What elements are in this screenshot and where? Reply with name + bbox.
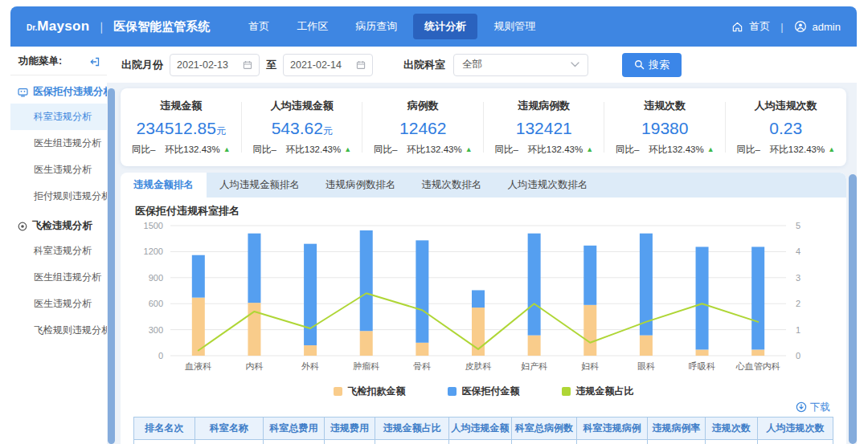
kpi-mom-value: 环比132.43%: [770, 144, 825, 156]
table-header-9: 违规次数: [705, 418, 757, 440]
sidebar-group-label-0: 医保拒付违规分析: [33, 85, 113, 99]
sidebar-item-1-2[interactable]: 医生违规分析: [10, 291, 107, 317]
sidebar-item-0-3[interactable]: 拒付规则违规分析: [10, 183, 107, 210]
kpi-title: 违规金额: [160, 99, 202, 113]
kpi-value: 132421: [516, 119, 572, 138]
sidebar-item-0-2[interactable]: 医生违规分析: [10, 157, 107, 183]
dept-select[interactable]: 全部: [453, 54, 588, 76]
kpi-compare: 同比–环比132.43%▲: [374, 144, 473, 156]
sidebar: 功能菜单: 医保拒付违规分析科室违规分析医生组违规分析医生违规分析拒付规则违规分…: [10, 47, 107, 444]
bar-insurance-9[interactable]: [696, 246, 709, 349]
home-icon[interactable]: [731, 21, 743, 33]
nav-item-0[interactable]: 首页: [237, 14, 280, 39]
date-from-input[interactable]: 2021-02-13: [170, 54, 260, 76]
bar-fly-check-8[interactable]: [640, 336, 653, 356]
y-left-tick: 1200: [144, 246, 163, 256]
search-button-label: 搜索: [649, 58, 669, 72]
table-cell: [648, 440, 705, 444]
bar-insurance-7[interactable]: [583, 246, 596, 305]
kpi-unit: 元: [216, 125, 226, 136]
username[interactable]: admin: [813, 21, 841, 33]
sidebar-item-0-0[interactable]: 科室违规分析: [10, 104, 107, 130]
table-cell: [449, 440, 512, 444]
y-left-tick: 1500: [144, 221, 163, 230]
legend-swatch: [562, 387, 571, 396]
legend-item-1[interactable]: 医保拒付金额: [448, 385, 520, 398]
table-cell: [264, 440, 325, 444]
legend-item-2[interactable]: 违规金额占比: [562, 385, 634, 398]
right-scrollbar[interactable]: [849, 174, 857, 444]
collapse-sidebar-icon[interactable]: [89, 56, 100, 67]
nav-item-1[interactable]: 工作区: [285, 14, 339, 39]
kpi-mom: 环比132.43%▲: [770, 144, 835, 156]
table-cell: [194, 440, 264, 444]
table-header-4: 违规金额占比: [375, 418, 449, 440]
x-category-label: 呼吸科: [689, 361, 715, 371]
dept-select-value: 全部: [462, 58, 482, 71]
legend-item-0[interactable]: 飞检扣款金额: [334, 385, 406, 398]
bar-fly-check-4[interactable]: [416, 343, 428, 356]
divider: |: [780, 21, 783, 33]
bar-fly-check-6[interactable]: [528, 336, 541, 356]
kpi-mom-value: 环比132.43%: [528, 144, 583, 156]
sidebar-item-0-1[interactable]: 医生组违规分析: [10, 130, 107, 157]
tab-2[interactable]: 违规病例数排名: [313, 173, 409, 198]
bar-insurance-2[interactable]: [304, 244, 317, 345]
table-cell: [375, 440, 449, 444]
bar-fly-check-3[interactable]: [360, 331, 373, 356]
kpi-mom: 环比132.43%▲: [286, 144, 351, 156]
nav-item-3[interactable]: 统计分析: [413, 14, 477, 39]
legend-label: 飞检扣款金额: [348, 385, 406, 398]
sidebar-group-header-0[interactable]: 医保拒付违规分析: [10, 75, 107, 104]
table-header-5: 人均违规金额: [449, 418, 512, 440]
kpi-4: 违规次数19380同比–环比132.43%▲: [604, 88, 726, 166]
table-header-0: 排名名次: [134, 418, 195, 440]
bar-insurance-0[interactable]: [192, 255, 205, 298]
table-header-2: 科室总费用: [264, 418, 325, 440]
nav-item-4[interactable]: 规则管理: [482, 14, 547, 39]
bar-insurance-3[interactable]: [360, 230, 373, 331]
sidebar-item-1-0[interactable]: 科室违规分析: [10, 238, 107, 264]
table-cell: [577, 440, 648, 444]
bar-insurance-6[interactable]: [528, 234, 541, 336]
table-header-6: 科室总病例数: [511, 418, 577, 440]
user-avatar-icon[interactable]: [794, 20, 807, 33]
sidebar-item-1-1[interactable]: 医生组违规分析: [10, 264, 107, 291]
date-from-value: 2021-02-13: [177, 59, 228, 71]
y-left-tick: 900: [149, 273, 163, 283]
sidebar-group-header-1[interactable]: 飞检违规分析: [10, 210, 107, 238]
tab-0[interactable]: 违规金额排名: [121, 173, 207, 198]
left-scrollbar[interactable]: [108, 88, 115, 444]
bar-fly-check-10[interactable]: [751, 349, 764, 356]
kpi-value: 234512.85元: [137, 119, 226, 138]
bar-insurance-5[interactable]: [472, 290, 485, 308]
download-link[interactable]: 下载: [796, 401, 830, 414]
kpi-title: 病例数: [407, 99, 439, 113]
bar-insurance-4[interactable]: [416, 240, 428, 342]
bar-insurance-10[interactable]: [751, 246, 764, 349]
x-category-label: 内科: [245, 361, 263, 371]
kpi-title: 人均违规次数: [755, 99, 817, 113]
kpi-compare: 同比–环比132.43%▲: [736, 144, 835, 156]
bar-fly-check-9[interactable]: [696, 349, 709, 356]
kpi-yoy: 同比–: [494, 144, 518, 156]
date-to-input[interactable]: 2021-02-14: [283, 54, 373, 76]
bar-insurance-1[interactable]: [248, 234, 260, 303]
kpi-5: 人均违规次数0.23同比–环比132.43%▲: [726, 88, 847, 166]
kpi-summary-card: 违规金额234512.85元同比–环比132.43%▲人均违规金额543.62元…: [121, 88, 846, 166]
x-category-label: 皮肤科: [465, 361, 492, 371]
search-button[interactable]: 搜索: [622, 53, 682, 77]
top-navbar: Dr. Mayson ｜ 医保智能监管系统 首页工作区病历查询统计分析规则管理 …: [10, 6, 857, 47]
table-row: [134, 440, 833, 444]
kpi-2: 病例数12462同比–环比132.43%▲: [362, 88, 484, 166]
sidebar-item-1-3[interactable]: 飞检规则违规分析: [10, 317, 107, 344]
ranking-table: 排名名次科室名称科室总费用违规费用违规金额占比人均违规金额科室总病例数科室违规病…: [133, 417, 833, 444]
bar-fly-check-7[interactable]: [583, 305, 596, 356]
tab-3[interactable]: 违规次数排名: [409, 173, 495, 198]
nav-item-2[interactable]: 病历查询: [344, 14, 408, 39]
tab-1[interactable]: 人均违规金额排名: [207, 173, 313, 198]
bar-fly-check-2[interactable]: [304, 345, 317, 356]
home-link[interactable]: 首页: [749, 19, 770, 34]
ranking-tabs: 违规金额排名人均违规金额排名违规病例数排名违规次数排名人均违规次数排名: [121, 173, 846, 198]
tab-4[interactable]: 人均违规次数排名: [495, 173, 601, 198]
